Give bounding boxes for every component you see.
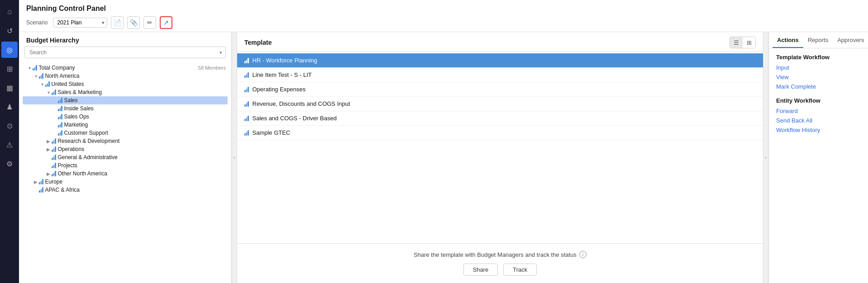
info-icon[interactable]: i (579, 251, 587, 258)
tree-item-north-america[interactable]: ▾ North America (23, 72, 228, 80)
left-navigation: ⌂ ↺ ◎ ⊞ ▦ ♟ ⊙ ⚠ ⚙ (0, 0, 19, 283)
attachment-button[interactable]: 📎 (127, 16, 140, 29)
tab-approvers[interactable]: Approvers (833, 32, 868, 48)
workflow-link-mark-complete[interactable]: Mark Complete (776, 83, 861, 90)
left-collapse-handle[interactable]: ‹ (232, 32, 237, 283)
tree-item-general-administrative[interactable]: General & Administrative (23, 153, 228, 161)
search-dropdown-icon[interactable]: ▾ (219, 50, 222, 56)
template-row-sales-cogs[interactable]: Sales and COGS - Driver Based (237, 111, 763, 126)
label-operations: Operations (58, 146, 85, 152)
track-button[interactable]: Track (503, 264, 537, 276)
nav-home-icon[interactable]: ⌂ (1, 4, 18, 20)
bar-icon-operating-expenses (244, 87, 249, 92)
label-line-item-test: Line Item Test - S - LIT (253, 71, 312, 78)
tree-item-research-development[interactable]: ▶ Research & Development (23, 137, 228, 145)
tree-item-marketing[interactable]: Marketing (23, 121, 228, 129)
nav-alert-icon[interactable]: ⚠ (1, 137, 18, 153)
tree-item-sales-marketing[interactable]: ▾ Sales & Marketing (23, 88, 228, 96)
workflow-link-view[interactable]: View (776, 74, 861, 80)
nav-target-icon[interactable]: ◎ (1, 42, 18, 58)
label-other-north-america: Other North America (58, 170, 107, 177)
toggle-sales-marketing[interactable]: ▾ (45, 90, 52, 95)
bar-icon-line-item-test (244, 72, 249, 78)
label-operating-expenses: Operating Expenses (253, 86, 306, 93)
nav-settings-icon[interactable]: ⚙ (1, 156, 18, 172)
label-inside-sales: Inside Sales (64, 105, 94, 112)
header-toolbar: Scenario 2021 Plan 📄 📎 ✏ ↗ (26, 16, 861, 29)
bar-icon-united-states (45, 81, 50, 87)
toggle-operations[interactable]: ▶ (45, 147, 52, 152)
bar-icon-projects (52, 163, 56, 168)
list-view-button[interactable]: ☰ (730, 37, 743, 48)
grid-view-button[interactable]: ⊞ (743, 37, 755, 48)
tab-reports[interactable]: Reports (803, 32, 833, 48)
tree-item-customer-support[interactable]: Customer Support (23, 129, 228, 137)
tree-item-united-states[interactable]: ▾ United States (23, 80, 228, 88)
toggle-research-development[interactable]: ▶ (45, 139, 52, 144)
tree-item-total-company[interactable]: ▾ Total Company 58 Members (23, 64, 228, 72)
toggle-europe[interactable]: ▶ (33, 179, 39, 184)
template-panel: Template ☰ ⊞ HR - Workforce Planning Lin… (237, 32, 763, 283)
nav-refresh-icon[interactable]: ↺ (1, 23, 18, 39)
bar-icon-north-america (39, 73, 43, 79)
template-row-hr-workforce[interactable]: HR - Workforce Planning (237, 53, 763, 68)
label-research-development: Research & Development (58, 138, 120, 144)
bar-icon-customer-support (58, 130, 62, 136)
template-row-operating-expenses[interactable]: Operating Expenses (237, 82, 763, 97)
bar-icon-marketing (58, 122, 62, 127)
workflow-link-workflow-history[interactable]: Workflow History (776, 127, 861, 133)
bar-icon-sales (58, 98, 62, 103)
budget-hierarchy-title: Budget Hierarchy (19, 32, 231, 47)
nav-grid-icon[interactable]: ⊞ (1, 61, 18, 77)
bar-icon-hr-workforce (244, 58, 249, 63)
bar-icon-europe (39, 179, 43, 184)
main-content: Planning Control Panel Scenario 2021 Pla… (19, 0, 868, 283)
toggle-total-company[interactable]: ▾ (26, 66, 33, 71)
tree-item-europe[interactable]: ▶ Europe (23, 178, 228, 186)
tree-item-sales[interactable]: Sales (23, 96, 228, 104)
tree-item-other-north-america[interactable]: ▶ Other North America (23, 170, 228, 178)
label-sales-marketing: Sales & Marketing (58, 89, 102, 95)
tree-item-projects[interactable]: Projects (23, 161, 228, 170)
scenario-select[interactable]: 2021 Plan (53, 18, 107, 28)
search-input[interactable] (24, 47, 226, 58)
scenario-label: Scenario (26, 19, 48, 26)
nav-cart-icon[interactable]: ⊙ (1, 118, 18, 134)
label-united-states: United States (52, 81, 84, 87)
right-panel: Actions Reports Approvers Template Workf… (768, 32, 868, 283)
edit-button[interactable]: ✏ (143, 16, 156, 29)
trending-button[interactable]: ↗ (160, 16, 172, 29)
tree-item-inside-sales[interactable]: Inside Sales (23, 104, 228, 113)
template-row-sample-gtec[interactable]: Sample GTEC (237, 126, 763, 140)
bar-icon-operations (52, 146, 56, 152)
share-button[interactable]: Share (463, 264, 498, 276)
right-collapse-handle[interactable]: › (763, 32, 768, 283)
label-total-company: Total Company (39, 65, 75, 71)
label-marketing: Marketing (64, 122, 88, 128)
template-row-line-item-test[interactable]: Line Item Test - S - LIT (237, 68, 763, 82)
header: Planning Control Panel Scenario 2021 Pla… (19, 0, 868, 32)
tree-item-sales-ops[interactable]: Sales Ops (23, 113, 228, 121)
nav-chart-icon[interactable]: ▦ (1, 80, 18, 96)
entity-workflow-title: Entity Workflow (776, 97, 861, 104)
search-bar: ▾ (24, 47, 226, 58)
workflow-link-send-back-all[interactable]: Send Back All (776, 117, 861, 124)
workflow-link-forward[interactable]: Forward (776, 108, 861, 114)
bar-icon-revenue-discounts (244, 101, 249, 107)
template-list: HR - Workforce Planning Line Item Test -… (237, 52, 763, 243)
toggle-other-north-america[interactable]: ▶ (45, 171, 52, 176)
footer-description: Share the template with Budget Managers … (414, 251, 577, 258)
bar-icon-general-administrative (52, 155, 56, 160)
right-tabs: Actions Reports Approvers (769, 32, 868, 48)
tab-actions[interactable]: Actions (773, 32, 803, 48)
label-customer-support: Customer Support (64, 130, 108, 136)
tree-item-operations[interactable]: ▶ Operations (23, 145, 228, 153)
toggle-united-states[interactable]: ▾ (39, 82, 45, 87)
template-title: Template (244, 39, 272, 46)
tree-item-apac-africa[interactable]: APAC & Africa (23, 186, 228, 194)
toggle-north-america[interactable]: ▾ (33, 74, 39, 79)
workflow-link-input[interactable]: Input (776, 64, 861, 71)
nav-person-icon[interactable]: ♟ (1, 99, 18, 115)
document-button[interactable]: 📄 (111, 16, 124, 29)
template-row-revenue-discounts[interactable]: Revenue, Discounts and COGS Input (237, 97, 763, 111)
